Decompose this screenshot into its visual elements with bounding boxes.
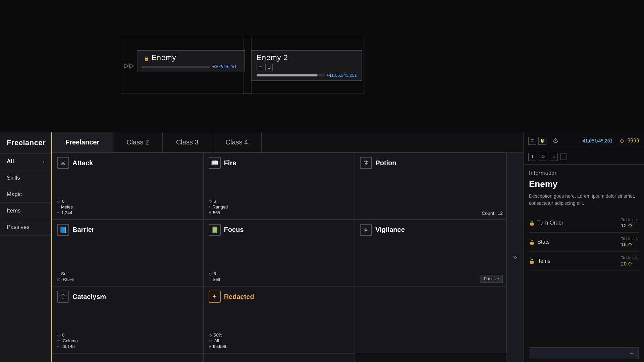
skill-cataclysm[interactable]: ⬡ Cataclysm ◇0 ⚏Column ~28,149 — [52, 286, 204, 353]
turn-order-unlock-right: To Unlock 12 ◇ — [621, 218, 639, 228]
skill-potion[interactable]: ⚗ Potion Count: 12 — [355, 153, 506, 220]
ranged-icon: ↑ — [209, 204, 211, 209]
self-icon: ↑ — [57, 272, 59, 276]
tab-class3-label: Class 3 — [176, 138, 199, 146]
info-unlock-items: 🔒 Items To Unlock 20 ◇ — [529, 252, 639, 271]
info-icon-checkbox — [560, 154, 567, 160]
items-value: 20 ◇ — [621, 260, 639, 266]
barrier-name: Barrier — [72, 226, 95, 234]
items-unlock-label: To Unlock — [621, 256, 639, 260]
arrow-right-icon: → — [629, 350, 634, 356]
shield-icon-top: 🛡 — [528, 137, 536, 145]
col-icon: ⚏ — [57, 339, 61, 343]
diamond-icon4: ◇ — [57, 333, 60, 338]
battle-area: ▷▷ 🔒 Enemy +302/45,251 Enemy 2 🛡 ⚙ — [0, 0, 644, 132]
enemy2-icon-1: 🛡 — [257, 64, 264, 71]
redacted-stats: ◇50% ⚏All ♥99,999 — [209, 333, 350, 349]
info-enemy-name: Enemy — [529, 179, 639, 189]
focus-stats: ◇6 ↑Self — [209, 271, 350, 282]
chevron-right-icon: › — [43, 159, 45, 164]
enemy1-lock-icon: 🔒 — [144, 56, 149, 61]
redacted-icon: ✦ — [209, 291, 221, 303]
skill-focus[interactable]: 📗 Focus ◇6 ↑Self — [204, 220, 355, 287]
enemy2-name: Enemy 2 — [257, 53, 357, 62]
skill-empty-3 — [204, 353, 355, 362]
tab-class3[interactable]: Class 3 — [163, 132, 212, 152]
sidebar-item-skills[interactable]: Skills — [0, 170, 51, 186]
info-description: Description goes here. Lorem ipsum dolor… — [529, 193, 639, 207]
main-ui: Freelancer All › Skills Magic Items Pass… — [0, 132, 644, 362]
stats-value: 16 ◇ — [621, 241, 639, 247]
sidebar-item-magic[interactable]: Magic — [0, 186, 51, 203]
potion-name: Potion — [375, 159, 396, 167]
enemy1-hp-fill — [143, 66, 143, 68]
turn-order-label: Turn Order — [537, 220, 564, 226]
focus-icon: 📗 — [209, 224, 221, 236]
sidebar-item-all[interactable]: All › — [0, 154, 51, 170]
cataclysm-name: Cataclysm — [72, 293, 106, 301]
enemy2-hp-text: +41,051/45,251 — [326, 73, 357, 78]
skill-redacted[interactable]: ✦ Redacted ◇50% ⚏All ♥99,999 — [204, 286, 355, 353]
tilde-icon: ~ — [57, 210, 59, 215]
badge-icon-top: 🔰 — [538, 137, 546, 145]
tab-class4[interactable]: Class 4 — [212, 132, 262, 152]
attack-name: Attack — [72, 159, 93, 167]
enemy1-name: Enemy — [152, 53, 176, 62]
enemy2-icon-2: ⚙ — [265, 64, 273, 71]
items-label: Items — [537, 258, 550, 264]
items-currency-icon: ◇ — [628, 260, 632, 266]
scroll-right-button[interactable]: » — [506, 153, 523, 362]
skill-empty-2 — [52, 353, 204, 362]
sidebar-item-items[interactable]: Items — [0, 203, 51, 219]
lock-icon-turnorder: 🔒 — [529, 220, 535, 226]
barrier-stats: ↑Self ⬡+25% — [57, 271, 199, 282]
info-icon-list[interactable]: ≡ — [550, 153, 558, 161]
self-icon2: ↑ — [209, 277, 211, 282]
turn-order-currency-icon: ◇ — [628, 222, 632, 228]
skill-vigilance[interactable]: ◈ Vigilance Passive — [355, 220, 506, 287]
vigilance-icon: ◈ — [360, 224, 372, 236]
skill-empty-1 — [355, 286, 506, 353]
hp2-icon: ♥ — [209, 344, 211, 349]
info-bottom-arrow-button[interactable]: → — [529, 347, 639, 359]
diamond-icon: ◇ — [57, 199, 60, 203]
vigilance-name: Vigilance — [375, 226, 405, 234]
enemy1-hp-bar — [143, 66, 210, 68]
skill-attack[interactable]: ⚔ Attack ◇0 ↑Melee ~1,244 — [52, 153, 204, 220]
info-icon-info[interactable]: ℹ — [528, 153, 536, 161]
arrow-up-icon: ↑ — [57, 204, 59, 209]
enemy-2-card[interactable]: Enemy 2 🛡 ⚙ +41,051/45,251 — [252, 50, 362, 81]
info-content: Information Enemy Description goes here.… — [524, 165, 644, 345]
lock-icon-items: 🔒 — [529, 258, 535, 264]
tab-freelancer[interactable]: Freelancer — [52, 132, 113, 152]
info-top-bar: 🛡 🔰 ⚙ + 41,051/45,251 ◇ 9999 — [524, 132, 644, 149]
attack-icon: ⚔ — [57, 157, 69, 169]
info-icon-settings[interactable]: ⚙ — [539, 153, 547, 161]
stats-unlock-label: To Unlock — [621, 237, 639, 241]
tab-class2[interactable]: Class 2 — [113, 132, 163, 152]
skill-fire[interactable]: 📖 Fire ◇6 ↑Ranged ♥565 — [204, 153, 355, 220]
shield-icon: ⬡ — [57, 277, 60, 282]
info-currency-diamond: ◇ — [620, 137, 624, 144]
items-unlock-right: To Unlock 20 ◇ — [621, 256, 639, 266]
turn-order-unlock-label: To Unlock — [621, 218, 639, 222]
skill-barrier[interactable]: 📘 Barrier ↑Self ⬡+25% — [52, 220, 204, 287]
class-tabs: Freelancer Class 2 Class 3 Class 4 — [52, 132, 523, 153]
potion-icon: ⚗ — [360, 157, 372, 169]
enemy2-hp-bar — [257, 74, 324, 76]
sidebar-class-name: Freelancer — [0, 132, 51, 154]
info-section-title: Information — [529, 170, 639, 176]
cataclysm-stats: ◇0 ⚏Column ~28,149 — [57, 333, 199, 349]
settings-icon[interactable]: ⚙ — [552, 137, 558, 145]
diamond-icon2: ◇ — [209, 199, 212, 203]
enemy-1-card[interactable]: 🔒 Enemy +302/45,251 — [138, 50, 245, 72]
tab-class2-label: Class 2 — [126, 138, 149, 146]
fire-name: Fire — [224, 159, 236, 167]
tab-class4-label: Class 4 — [226, 138, 248, 146]
hp-icon: ♥ — [209, 210, 211, 215]
enemy1-hp-text: +302/45,251 — [212, 64, 237, 69]
stats-unlock-right: To Unlock 16 ◇ — [621, 237, 639, 247]
sidebar-item-passives[interactable]: Passives — [0, 219, 51, 236]
info-unlock-stats: 🔒 Stats To Unlock 16 ◇ — [529, 233, 639, 252]
tilde2-icon: ~ — [57, 344, 59, 349]
